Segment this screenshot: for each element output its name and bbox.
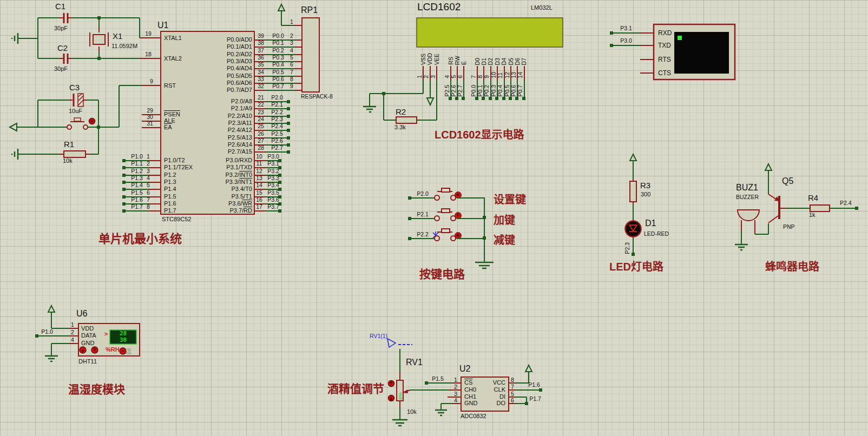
pin-stub (254, 90, 265, 91)
button-cap-nub (441, 188, 450, 193)
terminal-pin-name: TXD (658, 42, 671, 49)
pin-number: 14 (517, 60, 524, 78)
pin-number: 6 (456, 60, 464, 78)
terminal-square[interactable] (287, 150, 290, 154)
respack-pin-number: 9 (288, 83, 295, 89)
respack-pin-number: 4 (288, 47, 295, 54)
r4-ref: R4 (808, 193, 818, 202)
pin-number: 22 (256, 101, 266, 108)
pin-number: 3 (429, 60, 437, 78)
pin-stub (295, 76, 302, 77)
terminal-square[interactable] (515, 97, 518, 100)
terminal-square[interactable] (489, 97, 492, 100)
mcu-p2-pin-row: 28 P2.7 P2.7/A15 (0, 146, 868, 154)
net-label: P0.2 (269, 47, 287, 54)
r3-value: 300 (641, 191, 650, 197)
r1-ref: R1 (64, 140, 74, 149)
pin-number: 4 (68, 336, 77, 343)
pin-number: 8 (508, 376, 517, 383)
net-label: P1.0 (38, 328, 56, 335)
pin-number: 31 (145, 120, 155, 127)
rv1-percent: 6% (396, 381, 404, 400)
terminal-square[interactable] (502, 97, 505, 100)
pin-name: VCC (485, 379, 505, 386)
pin-number: 2 (68, 329, 77, 335)
u2-ref: U2 (459, 364, 470, 374)
net-label: P2.1 (268, 101, 286, 108)
r3-ref: R3 (640, 181, 650, 190)
terminal-square[interactable] (495, 97, 498, 100)
pot-decrease-button[interactable] (389, 395, 394, 401)
net-label: P3.1 (617, 25, 635, 31)
pin-number: 11 (255, 160, 264, 167)
net-label: P1.6 (526, 381, 542, 388)
wire (457, 197, 484, 199)
x1-ref: X1 (113, 31, 122, 41)
pin-number: 1 (288, 18, 295, 25)
r4-value: 1k (809, 212, 816, 218)
net-label: P0.1 (269, 39, 287, 46)
net-label: P0.3 (269, 54, 287, 61)
u2-part: ADC0832 (461, 413, 486, 419)
pin-number: 4 (451, 397, 460, 404)
net-label: P0.4 (269, 61, 287, 68)
terminal-square[interactable] (522, 97, 525, 100)
pin-stub (295, 61, 302, 62)
pin-name: EA (164, 124, 172, 131)
pin-number: 37 (256, 47, 266, 54)
pin-stub (295, 47, 302, 48)
terminal-square[interactable] (455, 97, 458, 100)
net-label: P2.1 (413, 211, 432, 217)
pin-number: 7 (508, 384, 517, 390)
mcu-p3-pin-row: 11 P3.1 P3.1/TXD (0, 162, 868, 169)
pin-number: 10 (255, 153, 264, 160)
mcu-part: STC89C52 (162, 216, 191, 222)
button-terminal (434, 235, 440, 241)
pin-number: 32 (256, 83, 266, 89)
wire (265, 151, 288, 153)
pin-number: 2 (451, 384, 460, 390)
dht11-decrease-button[interactable] (80, 347, 86, 353)
pin-name: XTAL2 (164, 55, 182, 62)
r1-value: 10k (63, 157, 73, 164)
dht-caption: 温湿度模块 (68, 380, 125, 397)
lcd-part: LM032L (531, 4, 553, 11)
c3-ref: C3 (69, 83, 80, 92)
respack-part: RESPACK-8 (301, 93, 333, 100)
pin-name: CH0 (464, 386, 476, 393)
respack-pin-number: 5 (288, 54, 295, 61)
respack-pin-number: 7 (288, 69, 295, 75)
temperature-value: 30 (110, 337, 136, 343)
pin-number: 18 (143, 51, 154, 57)
probe-label[interactable]: RV1(1) (370, 333, 387, 339)
pin-name: GND (81, 340, 94, 347)
net-label: P0.7 (269, 83, 287, 89)
lcd-caption: LCD1602显示电路 (435, 126, 524, 142)
respack-ref: RP1 (301, 5, 318, 15)
pin-number: 26 (256, 130, 266, 137)
dht11-increase-button[interactable] (91, 347, 98, 353)
pin-name: CLK (485, 386, 505, 393)
terminal-square[interactable] (462, 97, 465, 100)
q5-ref: Q5 (782, 176, 793, 186)
pin-stub (142, 127, 161, 128)
terminal-square[interactable] (482, 97, 485, 100)
pin-number: 3 (451, 391, 460, 397)
x1-value: 11.0592M (111, 43, 137, 49)
pot-increase-button[interactable] (389, 381, 394, 387)
pin-number: 6 (508, 397, 517, 404)
pin-stub (295, 68, 302, 69)
respack-pin-number: 2 (288, 32, 295, 39)
respack-pin-number: 3 (288, 39, 295, 46)
pin-number: 14 (255, 182, 264, 188)
button-terminal (434, 215, 440, 221)
pin-stub (295, 39, 302, 41)
terminal-square[interactable] (449, 97, 452, 100)
terminal-square[interactable] (475, 97, 478, 100)
pin-number: 13 (255, 175, 264, 181)
terminal-square[interactable] (509, 97, 512, 100)
pin-number: 27 (256, 137, 266, 144)
d1-part: LED-RED (644, 230, 669, 237)
u6-ref: U6 (76, 309, 87, 319)
mcu-ctrl-pin-row: 31 EA (0, 122, 868, 129)
